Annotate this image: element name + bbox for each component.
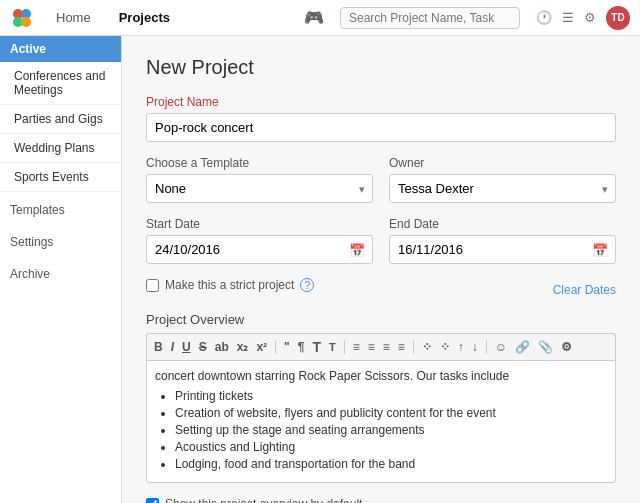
align-right-button[interactable]: ≡: [380, 338, 393, 356]
clock-icon[interactable]: 🕐: [536, 10, 552, 25]
subscript-button[interactable]: x₂: [234, 338, 252, 356]
bullet-5: Lodging, food and transportation for the…: [175, 457, 607, 471]
page-title: New Project: [146, 56, 616, 79]
nav-icon-group: 🕐 ☰ ⚙ TD: [536, 6, 630, 30]
emoji-button[interactable]: ☺: [492, 338, 510, 356]
blockquote-button[interactable]: ": [281, 338, 293, 356]
ordered-list-button[interactable]: ⁘: [437, 338, 453, 356]
toolbar-separator-3: [413, 340, 414, 354]
heading1-button[interactable]: T: [309, 337, 324, 357]
project-name-input[interactable]: [146, 113, 616, 142]
overview-text: concert downtown starring Rock Paper Sci…: [155, 369, 607, 383]
align-left-button[interactable]: ≡: [350, 338, 363, 356]
owner-select[interactable]: Tessa Dexter: [389, 174, 616, 203]
project-name-group: Project Name: [146, 95, 616, 142]
bullet-1: Printing tickets: [175, 389, 607, 403]
overview-bullets: Printing tickets Creation of website, fl…: [175, 389, 607, 471]
italic-button[interactable]: I: [168, 338, 177, 356]
template-label: Choose a Template: [146, 156, 373, 170]
show-overview-label: Show this project overview by default: [165, 497, 362, 503]
toolbar-separator-1: [275, 340, 276, 354]
template-owner-row: Choose a Template None Owner Tessa Dexte…: [146, 156, 616, 217]
outdent-button[interactable]: ↓: [469, 338, 481, 356]
bullet-list-button[interactable]: ⁘: [419, 338, 435, 356]
end-date-label: End Date: [389, 217, 616, 231]
bold-button[interactable]: B: [151, 338, 166, 356]
start-date-input[interactable]: [146, 235, 373, 264]
owner-label: Owner: [389, 156, 616, 170]
settings-icon[interactable]: ⚙: [584, 10, 596, 25]
project-overview-group: Project Overview B I U S ab x₂ x² " ¶ T …: [146, 312, 616, 483]
sidebar: Active Conferences and Meetings Parties …: [0, 36, 122, 503]
avatar[interactable]: TD: [606, 6, 630, 30]
indent-button[interactable]: ↑: [455, 338, 467, 356]
superscript-button[interactable]: x²: [253, 338, 270, 356]
end-date-calendar-icon[interactable]: 📅: [592, 242, 608, 257]
align-justify-button[interactable]: ≡: [395, 338, 408, 356]
attachment-button[interactable]: 📎: [535, 338, 556, 356]
lowercase-button[interactable]: ab: [212, 338, 232, 356]
underline-button[interactable]: U: [179, 338, 194, 356]
dates-row: Start Date 📅 End Date 📅: [146, 217, 616, 278]
sidebar-item-parties[interactable]: Parties and Gigs: [0, 105, 121, 134]
template-select-wrapper: None: [146, 174, 373, 203]
show-overview-row: Show this project overview by default: [146, 497, 616, 503]
main-content: New Project Project Name Choose a Templa…: [122, 36, 640, 503]
nav-projects[interactable]: Projects: [113, 6, 176, 29]
more-button[interactable]: ⚙: [558, 338, 575, 356]
template-select[interactable]: None: [146, 174, 373, 203]
list-icon[interactable]: ☰: [562, 10, 574, 25]
strict-project-label: Make this a strict project: [165, 278, 294, 292]
start-date-label: Start Date: [146, 217, 373, 231]
sidebar-templates[interactable]: Templates: [0, 196, 121, 224]
strikethrough-button[interactable]: S: [196, 338, 210, 356]
owner-select-wrapper: Tessa Dexter: [389, 174, 616, 203]
project-name-label: Project Name: [146, 95, 616, 109]
strict-project-checkbox[interactable]: [146, 279, 159, 292]
end-date-wrapper: 📅: [389, 235, 616, 264]
svg-point-3: [21, 17, 31, 27]
sidebar-item-sports[interactable]: Sports Events: [0, 163, 121, 192]
overview-label: Project Overview: [146, 312, 616, 327]
sidebar-active-label: Active: [0, 36, 121, 62]
align-center-button[interactable]: ≡: [365, 338, 378, 356]
top-navigation: Home Projects 🎮 🕐 ☰ ⚙ TD: [0, 0, 640, 36]
sidebar-archive[interactable]: Archive: [0, 260, 121, 288]
nav-home[interactable]: Home: [50, 6, 97, 29]
bullet-3: Setting up the stage and seating arrange…: [175, 423, 607, 437]
start-date-wrapper: 📅: [146, 235, 373, 264]
gamepad-icon: 🎮: [304, 8, 324, 27]
editor-toolbar: B I U S ab x₂ x² " ¶ T T ≡ ≡ ≡ ≡ ⁘ ⁘: [146, 333, 616, 360]
strict-tooltip-icon[interactable]: ?: [300, 278, 314, 292]
toolbar-separator-2: [344, 340, 345, 354]
toolbar-separator-4: [486, 340, 487, 354]
sidebar-item-conferences[interactable]: Conferences and Meetings: [0, 62, 121, 105]
clear-dates-link[interactable]: Clear Dates: [553, 283, 616, 297]
show-overview-checkbox[interactable]: [146, 498, 159, 504]
sidebar-settings[interactable]: Settings: [0, 228, 121, 256]
sidebar-item-wedding[interactable]: Wedding Plans: [0, 134, 121, 163]
paragraph-button[interactable]: ¶: [295, 338, 308, 356]
bullet-4: Acoustics and Lighting: [175, 440, 607, 454]
search-input[interactable]: [340, 7, 520, 29]
link-button[interactable]: 🔗: [512, 338, 533, 356]
strict-project-row: Make this a strict project ?: [146, 278, 314, 292]
heading2-button[interactable]: T: [326, 339, 339, 355]
start-date-calendar-icon[interactable]: 📅: [349, 242, 365, 257]
end-date-input[interactable]: [389, 235, 616, 264]
app-logo: [10, 6, 34, 30]
bullet-2: Creation of website, flyers and publicit…: [175, 406, 607, 420]
overview-editor[interactable]: concert downtown starring Rock Paper Sci…: [146, 360, 616, 483]
